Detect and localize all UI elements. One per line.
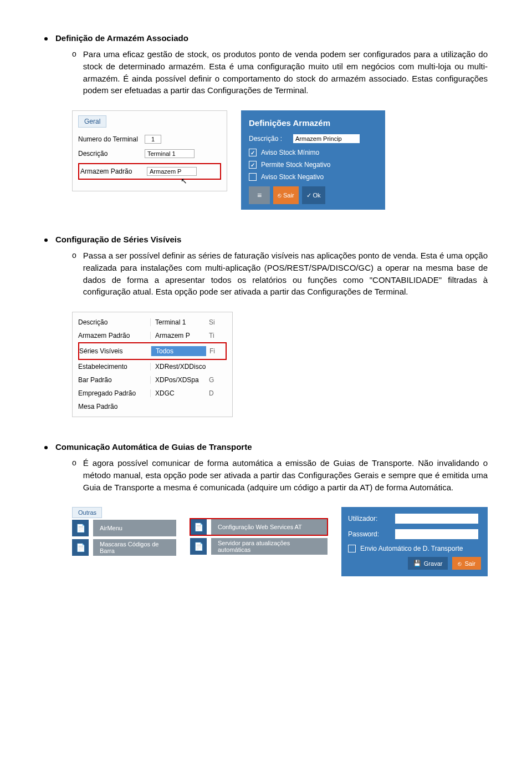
sair-button[interactable]: ⎋Sair	[273, 186, 299, 204]
sair-button[interactable]: ⎋Sair	[452, 557, 481, 570]
cursor-icon: ↖	[181, 176, 324, 185]
series-row: Armazem PadrãoArmazem PTi	[78, 329, 227, 342]
series-value: XDPos/XDSpa	[150, 376, 206, 384]
checkbox-icon[interactable]	[249, 149, 257, 156]
check-icon: ✓	[306, 192, 311, 199]
screenshot-row-1: Geral Numero do Terminal Descrição Armaz…	[72, 110, 488, 210]
row-password: Password:	[348, 529, 481, 539]
panel-at-login: Utilizador: Password: Envio Automático d…	[341, 507, 488, 576]
row-aviso-minimo[interactable]: Aviso Stock Mínimo	[249, 149, 377, 156]
button-column-left: Outras 📄 AirMenu 📄 Mascaras Códigos de B…	[72, 507, 176, 556]
servidor-atualizacoes-button[interactable]: 📄 Servidor para atualizações automáticas	[190, 538, 328, 555]
series-label: Bar Padrão	[78, 376, 150, 384]
row-utilizador: Utilizador:	[348, 514, 481, 524]
label-armazem: Armazem Padrão	[80, 168, 147, 175]
input-numero[interactable]	[145, 135, 161, 144]
screenshot-row-3: Outras 📄 AirMenu 📄 Mascaras Códigos de B…	[72, 507, 488, 576]
row-permite-negativo[interactable]: Permite Stock Negativo	[249, 161, 377, 169]
section-header: Configuração de Séries Visíveis	[44, 235, 488, 244]
series-row[interactable]: Séries VisíveisTodosFi	[78, 342, 227, 360]
label-utilizador: Utilizador:	[348, 515, 390, 523]
exit-icon: ⎋	[458, 560, 462, 567]
section-text: Para uma eficaz gestão de stock, os prod…	[83, 48, 488, 97]
at-button-row: 💾Gravar ⎋Sair	[348, 557, 481, 570]
series-col3: D	[206, 389, 213, 397]
list-icon: 📄	[72, 520, 89, 536]
series-row: EstabelecimentoXDRest/XDDisco	[78, 360, 227, 373]
section-title: Configuração de Séries Visíveis	[55, 235, 181, 244]
series-row: Mesa Padrão	[78, 400, 227, 413]
label-descricao: Descrição	[78, 150, 145, 158]
series-label: Descrição	[78, 318, 150, 326]
section-body: o Para uma eficaz gestão de stock, os pr…	[72, 48, 488, 97]
btn-label: Gravar	[424, 560, 443, 567]
panel-geral: Geral Numero do Terminal Descrição Armaz…	[72, 110, 227, 191]
chk-label: Permite Stock Negativo	[261, 161, 330, 169]
list-icon: 📄	[190, 538, 207, 555]
save-icon: 💾	[413, 560, 421, 567]
label-numero: Numero do Terminal	[78, 135, 145, 143]
section-text: É agora possível comunicar de forma auto…	[83, 457, 488, 493]
series-col3: G	[206, 376, 213, 384]
menu-button[interactable]: ≡	[249, 186, 270, 204]
screenshot-row-2: DescriçãoTerminal 1SiArmazem PadrãoArmaz…	[72, 312, 488, 417]
btn-label: Sair	[464, 560, 475, 567]
btn-label: Mascaras Códigos de Barra	[100, 541, 170, 554]
series-value: XDRest/XDDisco	[150, 363, 206, 371]
input-utilizador[interactable]	[395, 514, 478, 524]
checkbox-icon[interactable]	[348, 545, 356, 552]
row-numero-terminal: Numero do Terminal	[78, 132, 221, 146]
series-col3: Fi	[206, 347, 214, 355]
chk-label: Envio Automático de D. Transporte	[360, 545, 463, 552]
sub-marker: o	[72, 48, 76, 60]
series-label: Séries Visíveis	[79, 347, 151, 355]
sub-marker: o	[72, 250, 76, 261]
input-descricao[interactable]	[145, 149, 195, 158]
section-header: Definição de Armazém Associado	[44, 33, 488, 43]
exit-icon: ⎋	[278, 192, 282, 199]
series-label: Armazem Padrão	[78, 332, 150, 339]
series-row: DescriçãoTerminal 1Si	[78, 316, 227, 329]
section-body: o Passa a ser possível definir as séries…	[72, 250, 488, 298]
tab-geral[interactable]: Geral	[78, 115, 106, 128]
sair-label: Sair	[283, 192, 294, 199]
ok-label: Ok	[313, 192, 321, 199]
gravar-button[interactable]: 💾Gravar	[408, 557, 448, 570]
button-row: ≡ ⎋Sair ✓Ok	[249, 186, 377, 204]
mascaras-button[interactable]: 📄 Mascaras Códigos de Barra	[72, 539, 176, 556]
section-text: Passa a ser possível definir as séries d…	[83, 250, 488, 298]
series-value: XDGC	[150, 389, 206, 397]
section-guias: Comunicação Automática de Guias de Trans…	[44, 442, 488, 576]
sub-marker: o	[72, 457, 76, 469]
checkbox-icon[interactable]	[249, 161, 257, 169]
series-label: Empregado Padrão	[78, 389, 150, 397]
bullet-icon	[44, 446, 48, 449]
input-password[interactable]	[395, 529, 478, 539]
section-body: o É agora possível comunicar de forma au…	[72, 457, 488, 493]
series-label: Mesa Padrão	[78, 403, 150, 410]
btn-label: AirMenu	[100, 525, 122, 531]
series-row: Empregado PadrãoXDGCD	[78, 387, 227, 400]
bullet-icon	[44, 37, 48, 40]
btn-label: Configuração Web Services AT	[218, 524, 302, 530]
config-webservices-button[interactable]: 📄 Configuração Web Services AT	[190, 519, 328, 535]
section-title: Definição de Armazém Associado	[55, 33, 188, 43]
label-desc: Descrição :	[249, 135, 293, 143]
tab-outras[interactable]: Outras	[72, 507, 102, 518]
section-series: Configuração de Séries Visíveis o Passa …	[44, 235, 488, 417]
airmenu-button[interactable]: 📄 AirMenu	[72, 520, 176, 536]
input-desc-arm[interactable]	[293, 134, 360, 143]
series-col3: Si	[206, 318, 213, 326]
input-armazem[interactable]	[147, 167, 197, 176]
series-row: Bar PadrãoXDPos/XDSpaG	[78, 373, 227, 387]
row-descricao-arm: Descrição :	[249, 134, 377, 143]
series-value[interactable]: Todos	[151, 346, 206, 356]
list-icon: 📄	[72, 539, 89, 556]
ok-button[interactable]: ✓Ok	[302, 186, 325, 204]
panel-series: DescriçãoTerminal 1SiArmazem PadrãoArmaz…	[72, 312, 233, 417]
section-armazem: Definição de Armazém Associado o Para um…	[44, 33, 488, 210]
btn-label: Servidor para atualizações automáticas	[218, 540, 321, 553]
row-envio-auto[interactable]: Envio Automático de D. Transporte	[348, 545, 481, 552]
panel-title: Definições Armazém	[249, 118, 377, 128]
series-value: Terminal 1	[150, 318, 206, 326]
